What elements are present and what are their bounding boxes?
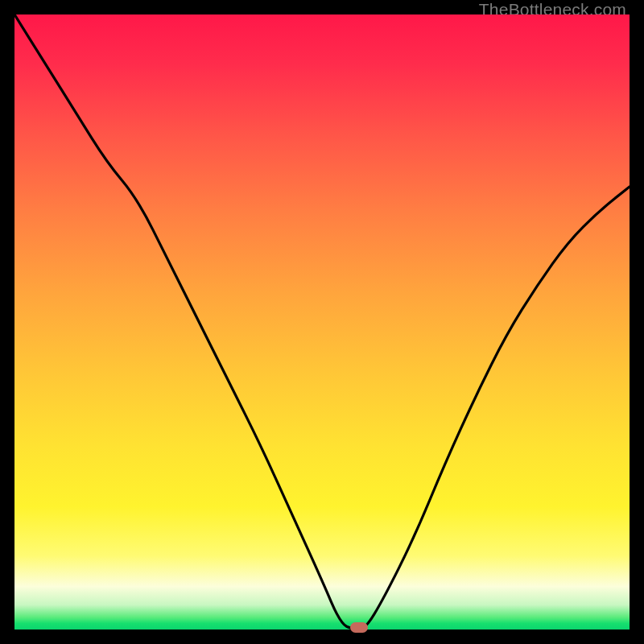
plot-area	[14, 14, 630, 630]
bottleneck-curve	[14, 14, 630, 630]
curve-path	[14, 14, 630, 630]
optimal-point-marker	[350, 622, 368, 633]
chart-frame: TheBottleneck.com	[0, 0, 644, 644]
